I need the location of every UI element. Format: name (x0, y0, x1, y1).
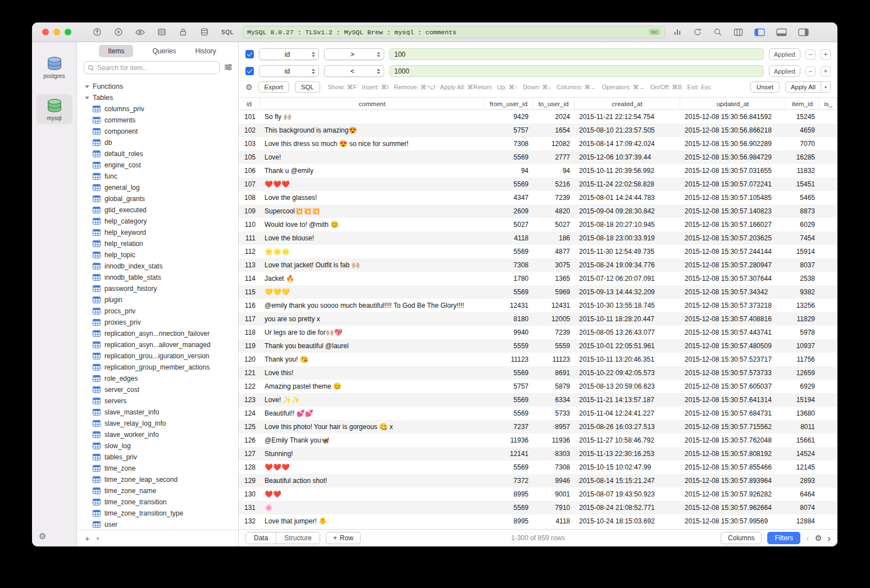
table-row[interactable]: 123Love! ✨✨556963342015-11-21 14:13:57.1… (239, 393, 837, 407)
cell-id[interactable]: 108 (239, 191, 260, 204)
cell-id[interactable]: 126 (239, 434, 260, 447)
cell-item_id[interactable]: 13256 (786, 299, 819, 312)
cell-updated_at[interactable]: 2015-12-08 15:30:57.072241 (680, 177, 786, 191)
table-row[interactable]: 114Jacket 🔥178013652015-07-12 06:20:07.0… (239, 272, 837, 285)
tab-structure[interactable]: Structure (276, 532, 320, 544)
table-row[interactable]: 132Love that jumper! 🐥899541182015-10-24… (239, 514, 837, 528)
cell-to_user_id[interactable]: 7910 (533, 501, 575, 514)
cell-item_id[interactable]: 15245 (786, 110, 819, 124)
sidebar-table-item[interactable]: time_zone_transition (77, 496, 238, 508)
cell-to_user_id[interactable]: 9946 (533, 474, 575, 487)
cell-created_at[interactable]: 2015-08-24 19:09:34.776 (575, 258, 680, 272)
cell-is_[interactable] (819, 299, 837, 312)
chart-icon[interactable] (673, 28, 682, 37)
cell-comment[interactable]: 💛💛💛 (260, 285, 485, 299)
cell-updated_at[interactable]: 2015-12-08 15:30:56.902289 (680, 137, 786, 151)
table-row[interactable]: 121Love this!556986912015-10-22 09:42:05… (239, 366, 837, 380)
cell-updated_at[interactable]: 2015-12-08 15:30:57.105485 (680, 191, 786, 204)
cell-id[interactable]: 125 (239, 420, 260, 434)
cell-created_at[interactable]: 2015-08-13 20:59:06.623 (575, 380, 680, 393)
table-row[interactable]: 117you are so pretty x8180120052015-10-1… (239, 312, 837, 326)
cell-item_id[interactable]: 8037 (786, 258, 819, 272)
filter-operator-select[interactable]: < (324, 65, 384, 77)
cell-to_user_id[interactable]: 5733 (533, 407, 575, 420)
filter-settings-gear-icon[interactable]: ⚙ (245, 83, 253, 92)
cell-is_[interactable] (819, 514, 837, 528)
cell-comment[interactable]: ❤️❤️❤️ (260, 177, 485, 191)
cell-created_at[interactable]: 2015-08-18 23:00:33.919 (575, 231, 680, 245)
cell-updated_at[interactable]: 2015-12-08 15:30:57.307644 (680, 272, 786, 285)
cell-to_user_id[interactable]: 5879 (533, 380, 575, 393)
cell-comment[interactable]: Jacket 🔥 (260, 272, 485, 285)
cell-updated_at[interactable]: 2015-12-08 15:30:57.715562 (680, 420, 786, 434)
cell-is_[interactable] (819, 339, 837, 353)
sidebar-table-item[interactable]: help_topic (77, 249, 238, 261)
connection-postgres[interactable]: postgres (37, 52, 72, 82)
cell-item_id[interactable]: 5978 (786, 326, 819, 339)
export-button[interactable]: Export (258, 81, 289, 93)
table-row[interactable]: 129Beautiful action shot!737299462015-08… (239, 474, 837, 487)
sidebar-table-item[interactable]: db (77, 137, 238, 148)
table-row[interactable]: 111Love the blouse!41181862015-08-18 23:… (239, 231, 837, 245)
cell-from_user_id[interactable]: 12141 (485, 447, 533, 461)
cell-comment[interactable]: Love that jacket! Outfit is fab 🙌🏼 (260, 258, 485, 272)
cell-id[interactable]: 117 (239, 312, 260, 326)
add-filter-button[interactable]: + (821, 49, 831, 60)
cell-id[interactable]: 113 (239, 258, 260, 272)
close-window-button[interactable] (42, 29, 49, 35)
applied-button[interactable]: Applied (769, 65, 800, 77)
cell-id[interactable]: 111 (239, 231, 260, 245)
cell-item_id[interactable]: 10937 (786, 339, 819, 353)
cell-comment[interactable]: Thank you beautiful @laurel (260, 339, 485, 353)
cell-to_user_id[interactable]: 94 (533, 164, 575, 177)
cell-from_user_id[interactable]: 8180 (485, 312, 533, 326)
cell-created_at[interactable]: 2015-10-11 13:20:46.351 (575, 353, 680, 366)
applied-button[interactable]: Applied (769, 48, 800, 60)
column-header-updated-at[interactable]: updated_at (680, 98, 786, 110)
cell-is_[interactable] (819, 461, 837, 474)
cell-id[interactable]: 116 (239, 299, 260, 312)
cell-updated_at[interactable]: 2015-12-08 15:30:57.244144 (680, 245, 786, 258)
cell-updated_at[interactable]: 2015-12-08 15:30:56.866218 (680, 124, 786, 137)
column-header-created-at[interactable]: created_at (575, 98, 680, 110)
sidebar-table-item[interactable]: func (77, 171, 238, 182)
cell-comment[interactable]: Love! (260, 151, 485, 164)
cell-from_user_id[interactable]: 5569 (485, 366, 533, 380)
cell-to_user_id[interactable]: 7239 (533, 326, 575, 339)
table-row[interactable]: 107❤️❤️❤️556952162015-11-24 22:02:58.828… (239, 177, 837, 191)
cell-to_user_id[interactable]: 5969 (533, 285, 575, 299)
table-row[interactable]: 113Love that jacket! Outfit is fab 🙌🏼730… (239, 258, 837, 272)
cell-is_[interactable] (819, 137, 837, 151)
sidebar-table-item[interactable]: general_log (77, 182, 238, 193)
cell-id[interactable]: 109 (239, 204, 260, 218)
cell-created_at[interactable]: 2015-10-11 20:39:56.992 (575, 164, 680, 177)
cell-to_user_id[interactable]: 12082 (533, 137, 575, 151)
cell-id[interactable]: 128 (239, 461, 260, 474)
table-row[interactable]: 122Amazing pastel theme 😊575758792015-08… (239, 380, 837, 393)
cell-is_[interactable] (819, 407, 837, 420)
cell-to_user_id[interactable]: 2024 (533, 110, 575, 124)
disconnect-icon[interactable] (114, 28, 123, 37)
cell-updated_at[interactable]: 2015-12-08 15:30:57.408816 (680, 312, 786, 326)
cell-created_at[interactable]: 2015-11-27 10:58:46.792 (575, 434, 680, 447)
cell-from_user_id[interactable]: 8995 (485, 487, 533, 501)
cell-comment[interactable]: @emily thank you soooo much beautiful!!!… (260, 299, 485, 312)
cell-created_at[interactable]: 2015-10-22 09:42:05.573 (575, 366, 680, 380)
search-box[interactable] (84, 61, 220, 74)
sidebar-table-item[interactable]: password_history (77, 283, 238, 294)
panel-left-icon[interactable] (754, 28, 765, 37)
cell-updated_at[interactable]: 2015-12-08 15:30:57.203625 (680, 231, 786, 245)
cell-is_[interactable] (819, 366, 837, 380)
cell-to_user_id[interactable]: 12431 (533, 299, 575, 312)
cell-created_at[interactable]: 2015-08-24 21:08:52.771 (575, 501, 680, 514)
column-header-to-user-id[interactable]: to_user_id (533, 98, 575, 110)
cell-comment[interactable]: Love this dress so much 😍 so nice for su… (260, 137, 485, 151)
cell-to_user_id[interactable]: 9001 (533, 487, 575, 501)
cell-item_id[interactable]: 8011 (786, 420, 819, 434)
cell-id[interactable]: 130 (239, 487, 260, 501)
cell-created_at[interactable]: 2015-09-13 14:44:32.209 (575, 285, 680, 299)
unset-button[interactable]: Unset (750, 81, 780, 93)
cell-from_user_id[interactable]: 1780 (485, 272, 533, 285)
cell-is_[interactable] (819, 204, 837, 218)
cell-id[interactable]: 103 (239, 137, 260, 151)
